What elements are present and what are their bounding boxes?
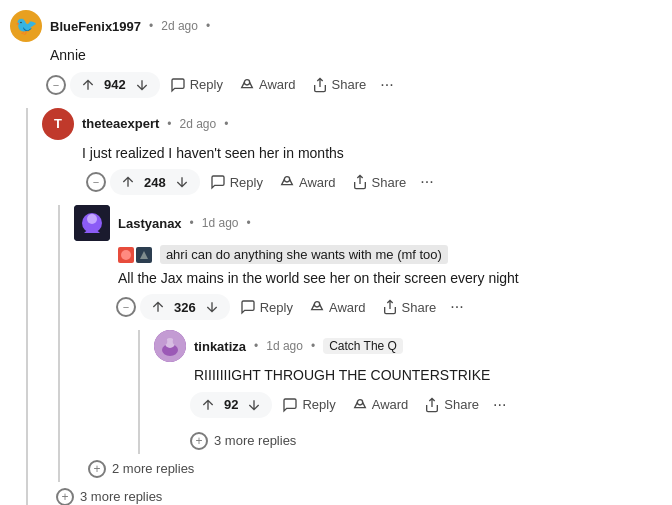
upvote-btn-2[interactable] [116, 171, 140, 193]
more-replies-label-1: 3 more replies [214, 433, 296, 448]
quoted-text: ahri can do anything she wants with me (… [160, 245, 448, 264]
upvote-btn-4[interactable] [196, 394, 220, 416]
share-btn-4[interactable]: Share [418, 394, 485, 416]
indent-level-1: T theteaexpert • 2d ago • I just realize… [42, 108, 662, 505]
comment-lastyanax: Lastyanax • 1d ago • ahri can do anythin… [74, 205, 662, 326]
collapse-btn-1[interactable]: − [46, 75, 66, 95]
reply-btn-4[interactable]: Reply [276, 394, 341, 416]
downvote-btn-4[interactable] [242, 394, 266, 416]
avatar-tinkatiza [154, 330, 186, 362]
more-replies-2[interactable]: + 2 more replies [88, 456, 662, 482]
actions-3: − 326 Reply [116, 294, 662, 320]
actions-2: − 248 Reply Award [86, 169, 662, 195]
more-btn-2[interactable]: ··· [416, 171, 437, 193]
vote-count-3: 326 [172, 300, 198, 315]
svg-point-4 [87, 214, 97, 224]
vote-count-1: 942 [102, 77, 128, 92]
vote-group-3: 326 [140, 294, 230, 320]
plus-circle-1: + [190, 432, 208, 450]
indent-level-3: tinkatiza • 1d ago • Catch The Q RIIIIII… [154, 330, 662, 454]
thread-line-3 [138, 330, 140, 454]
comment-body-4: RIIIIIIIGHT THROUGH THE COUNTERSTRIKE [194, 366, 662, 386]
comment-tinkatiza: tinkatiza • 1d ago • Catch The Q RIIIIII… [154, 330, 662, 424]
collapse-btn-2[interactable]: − [86, 172, 106, 192]
vote-count-2: 248 [142, 175, 168, 190]
timestamp-4: 1d ago [266, 339, 303, 353]
more-replies-3[interactable]: + 3 more replies [56, 484, 662, 505]
thread-line-1 [26, 108, 28, 505]
more-replies-label-2: 2 more replies [112, 461, 194, 476]
avatar-tea: T [42, 108, 74, 140]
comment-header-2: T theteaexpert • 2d ago • [42, 108, 662, 140]
thread-line-2 [58, 205, 60, 482]
username-tea: theteaexpert [82, 116, 159, 131]
share-btn-1[interactable]: Share [306, 74, 373, 96]
vote-group-4: 92 [190, 392, 272, 418]
quoted-icons [118, 247, 152, 263]
comment-body-3a: ahri can do anything she wants with me (… [118, 245, 662, 265]
vote-group-2: 248 [110, 169, 200, 195]
vote-count-4: 92 [222, 397, 240, 412]
award-btn-1[interactable]: Award [233, 74, 302, 96]
award-btn-3[interactable]: Award [303, 296, 372, 318]
upvote-btn-3[interactable] [146, 296, 170, 318]
timestamp-2: 2d ago [180, 117, 217, 131]
share-btn-3[interactable]: Share [376, 296, 443, 318]
timestamp-1: 2d ago [161, 19, 198, 33]
more-btn-3[interactable]: ··· [446, 296, 467, 318]
comment-bluefenix: 🐦 BlueFenix1997 • 2d ago • Annie − 942 R… [10, 10, 662, 104]
comment-thread: 🐦 BlueFenix1997 • 2d ago • Annie − 942 R… [10, 10, 662, 505]
downvote-btn-1[interactable] [130, 74, 154, 96]
username-bluefenix: BlueFenix1997 [50, 19, 141, 34]
username-tinkatiza: tinkatiza [194, 339, 246, 354]
vote-group-1: 942 [70, 72, 160, 98]
comment-header-3: Lastyanax • 1d ago • [74, 205, 662, 241]
username-lastyanax: Lastyanax [118, 216, 182, 231]
more-replies-label-3: 3 more replies [80, 489, 162, 504]
svg-point-1 [284, 177, 289, 182]
more-btn-1[interactable]: ··· [376, 74, 397, 96]
comment-header-4: tinkatiza • 1d ago • Catch The Q [154, 330, 662, 362]
svg-point-8 [314, 302, 319, 307]
share-btn-2[interactable]: Share [346, 171, 413, 193]
timestamp-3: 1d ago [202, 216, 239, 230]
svg-point-6 [121, 250, 131, 260]
more-replies-1[interactable]: + 3 more replies [190, 428, 662, 454]
plus-circle-2: + [88, 460, 106, 478]
downvote-btn-2[interactable] [170, 171, 194, 193]
svg-point-14 [357, 400, 362, 405]
upvote-btn-1[interactable] [76, 74, 100, 96]
award-btn-4[interactable]: Award [346, 394, 415, 416]
actions-4: 92 Reply Award [190, 392, 662, 418]
more-btn-4[interactable]: ··· [489, 394, 510, 416]
comment-tea: T theteaexpert • 2d ago • I just realize… [42, 108, 662, 202]
plus-circle-3: + [56, 488, 74, 505]
comment-header-1: 🐦 BlueFenix1997 • 2d ago • [10, 10, 662, 42]
user-tag: Catch The Q [323, 338, 403, 354]
downvote-btn-3[interactable] [200, 296, 224, 318]
reply-btn-3[interactable]: Reply [234, 296, 299, 318]
avatar-lastyanax [74, 205, 110, 241]
comment-body-1: Annie [50, 46, 662, 66]
avatar-bluefenix: 🐦 [10, 10, 42, 42]
reply-btn-1[interactable]: Reply [164, 74, 229, 96]
indent-level-2: Lastyanax • 1d ago • ahri can do anythin… [74, 205, 662, 482]
comment-body-2: I just realized I haven't seen her in mo… [82, 144, 662, 164]
actions-1: − 942 Reply Award Share [46, 72, 662, 98]
comment-body-3b: All the Jax mains in the world see her o… [118, 269, 662, 289]
collapse-btn-3[interactable]: − [116, 297, 136, 317]
award-btn-2[interactable]: Award [273, 171, 342, 193]
reply-btn-2[interactable]: Reply [204, 171, 269, 193]
svg-point-0 [244, 79, 249, 84]
